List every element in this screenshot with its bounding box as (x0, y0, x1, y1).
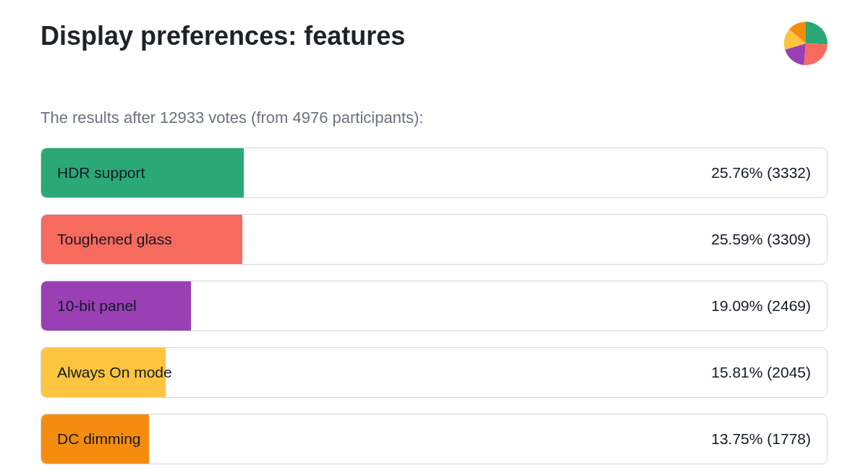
poll-bar-label: Always On mode (57, 364, 172, 381)
header-row: Display preferences: features (41, 20, 827, 65)
poll-bar-content: HDR support25.76% (3332) (41, 148, 827, 197)
poll-bar-label: HDR support (57, 164, 145, 182)
poll-page: Display preferences: features The result… (0, 0, 868, 473)
poll-bar-label: Toughened glass (57, 231, 172, 248)
poll-bar-label: DC dimming (57, 430, 141, 448)
poll-bars: HDR support25.76% (3332)Toughened glass2… (41, 148, 827, 464)
poll-bar-content: Toughened glass25.59% (3309) (41, 215, 827, 264)
poll-bar-row[interactable]: DC dimming13.75% (1778) (41, 414, 827, 464)
poll-bar-label: 10-bit panel (57, 297, 137, 315)
poll-bar-value: 25.76% (3332) (711, 164, 811, 182)
pie-slice (806, 22, 827, 44)
poll-bar-row[interactable]: Always On mode15.81% (2045) (41, 347, 827, 398)
pie-slice (804, 43, 827, 65)
poll-bar-row[interactable]: HDR support25.76% (3332) (41, 148, 827, 198)
page-title: Display preferences: features (41, 20, 405, 51)
results-summary: The results after 12933 votes (from 4976… (41, 108, 827, 127)
poll-bar-value: 15.81% (2045) (711, 364, 811, 381)
poll-bar-content: DC dimming13.75% (1778) (41, 414, 827, 464)
poll-bar-row[interactable]: Toughened glass25.59% (3309) (41, 214, 827, 265)
poll-bar-value: 25.59% (3309) (711, 231, 811, 248)
poll-bar-content: Always On mode15.81% (2045) (41, 348, 827, 397)
pie-icon (784, 22, 827, 65)
poll-bar-content: 10-bit panel19.09% (2469) (41, 281, 827, 331)
poll-bar-value: 13.75% (1778) (711, 430, 811, 448)
poll-bar-value: 19.09% (2469) (711, 297, 811, 315)
poll-bar-row[interactable]: 10-bit panel19.09% (2469) (41, 281, 827, 331)
